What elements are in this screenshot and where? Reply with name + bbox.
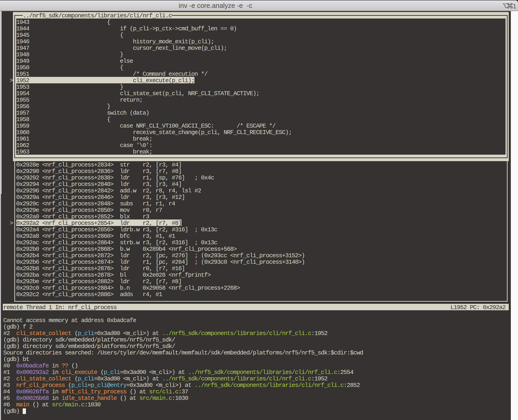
svg-text:1: 1 <box>513 3 516 9</box>
